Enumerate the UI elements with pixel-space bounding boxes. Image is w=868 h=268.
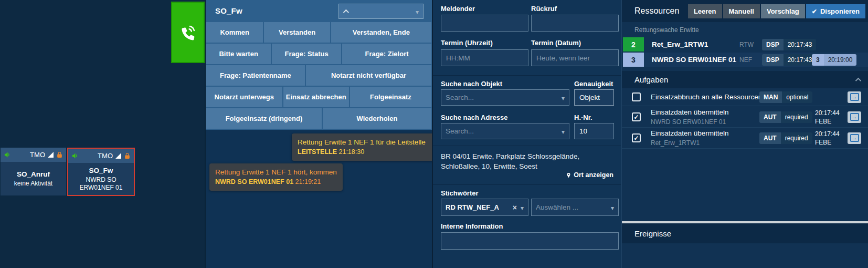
- status-badge: 3: [623, 53, 644, 67]
- speaker-icon: [71, 152, 79, 160]
- stichwort-select[interactable]: RD RTW_NEF_A: [441, 199, 528, 216]
- talkgroup-dropdown[interactable]: [338, 4, 424, 19]
- task-timestamp: 20:17:44 FEBE: [815, 130, 840, 147]
- chevron-down-icon: [562, 127, 565, 136]
- dispatch-state-badge: DSP 20:17:43: [762, 54, 816, 66]
- resource-name: Ret_Erw_1RTW1: [652, 40, 708, 48]
- suche-objekt-select[interactable]: [441, 89, 569, 106]
- termin-uhrzeit-input[interactable]: [441, 49, 528, 66]
- task-checkbox[interactable]: [632, 112, 641, 121]
- quick-msg-frage-zielort[interactable]: Frage: Zielort: [342, 44, 431, 64]
- task-send-button[interactable]: [848, 91, 861, 103]
- suche-objekt-input[interactable]: [446, 94, 562, 101]
- message-sender: LEITSTELLE: [298, 148, 337, 156]
- disponieren-button[interactable]: Disponieren: [806, 4, 865, 18]
- task-row: Einsatzabbruch an alle Ressourcen MAN op…: [622, 88, 868, 106]
- dispatch-app: SO_Fw Kommen Verstanden Verstanden, Ende…: [0, 0, 868, 268]
- chevron-up-icon: [343, 9, 349, 15]
- quick-msg-kommen[interactable]: Kommen: [206, 22, 263, 43]
- status-badge: 2: [623, 37, 644, 51]
- radio-tile-so-anruf[interactable]: TMO SO_Anruf keine Aktivität: [1, 148, 66, 195]
- message-sender: NWRD SO ERW01NEF 01: [215, 178, 293, 185]
- manuell-button[interactable]: Manuell: [723, 4, 760, 18]
- location-pin-icon: [566, 172, 571, 179]
- arrow-right-icon: [850, 93, 859, 101]
- suche-adresse-label: Suche nach Adresse: [441, 114, 507, 121]
- task-checkbox[interactable]: [632, 133, 641, 142]
- chevron-down-icon: [416, 7, 419, 16]
- ereignisse-header[interactable]: Ereignisse: [622, 223, 868, 243]
- ort-anzeigen-link[interactable]: Ort anzeigen: [566, 171, 613, 179]
- ressourcen-header: Ressourcen Leeren Manuell Vorschlag Disp…: [622, 0, 868, 22]
- radio-message-toast: Rettung Erwitte 1 NEF 1 für die Leitstel…: [292, 133, 438, 161]
- radio-tile-name: SO_Fw: [89, 167, 113, 174]
- quick-msg-notarzt-unterwegs[interactable]: Notarzt unterwegs: [206, 87, 282, 107]
- genauigkeit-input[interactable]: [574, 89, 614, 106]
- stichwort-add-select[interactable]: [531, 199, 619, 216]
- task-send-button[interactable]: [848, 132, 861, 144]
- quick-msg-folgeeinsatz[interactable]: Folgeeinsatz: [350, 87, 431, 107]
- radio-mode-label: TMO: [30, 151, 45, 159]
- ressourcen-panel: Ressourcen Leeren Manuell Vorschlag Disp…: [621, 0, 868, 268]
- resource-row[interactable]: 3 NWRD SO ERW01NEF 01 NEF DSP 20:17:43 3…: [623, 53, 868, 67]
- radio-tile-header: TMO: [68, 149, 134, 163]
- lock-icon: [56, 151, 63, 158]
- genauigkeit-label: Genauigkeit: [574, 80, 613, 88]
- aufgaben-header[interactable]: Aufgaben: [622, 71, 868, 88]
- task-checkbox[interactable]: [632, 92, 641, 101]
- quick-msg-verstanden[interactable]: Verstanden: [264, 22, 330, 43]
- meldender-input[interactable]: [441, 15, 528, 32]
- aufgaben-title: Aufgaben: [634, 75, 668, 84]
- task-mode-badge: MAN optional: [759, 91, 812, 103]
- task-send-button[interactable]: [848, 111, 861, 123]
- active-call-tile[interactable]: [171, 2, 205, 63]
- radio-tile-name: SO_Anruf: [17, 170, 50, 178]
- message-text: Rettung Erwitte 1 NEF 1 für die Leitstel…: [298, 137, 432, 147]
- incident-address: BR 04/01 Erwite, Parkplatz Schlossgeländ…: [441, 151, 617, 171]
- suche-adresse-input[interactable]: [446, 127, 562, 135]
- interne-info-input[interactable]: [441, 232, 619, 250]
- radio-tile-body: SO_Anruf keine Aktivität: [1, 162, 66, 195]
- clear-icon[interactable]: [513, 203, 517, 212]
- hnr-label: H.-Nr.: [574, 114, 592, 121]
- quick-msg-frage-patientenname[interactable]: Frage: Patientenname: [206, 65, 305, 86]
- hnr-input[interactable]: [574, 123, 614, 139]
- stichwort-add-input[interactable]: [536, 203, 611, 211]
- ort-anzeigen-label: Ort anzeigen: [574, 171, 613, 179]
- quick-msg-bitte-warten[interactable]: Bitte warten: [206, 44, 271, 64]
- chevron-down-icon: [521, 203, 524, 212]
- resource-row[interactable]: 2 Ret_Erw_1RTW1 RTW DSP 20:17:43: [623, 37, 868, 51]
- quick-msg-folgeeinsatz-dringend[interactable]: Folgeeinsatz (dringend): [206, 108, 322, 129]
- quick-msg-einsatz-abbrechen[interactable]: Einsatz abbrechen: [283, 87, 349, 107]
- termin-datum-input[interactable]: [531, 49, 619, 66]
- ressourcen-title: Ressourcen: [634, 6, 687, 16]
- talkgroup-header: SO_Fw: [206, 0, 432, 22]
- suche-objekt-label: Suche nach Objekt: [441, 80, 502, 88]
- radio-message-toast: Rettung Erwitte 1 NEF 1 hört, kommen NWR…: [209, 163, 343, 191]
- rueckruf-label: Rückruf: [531, 5, 557, 13]
- task-resource: NWRD SO ERW01NEF 01: [651, 118, 729, 126]
- stichwort-tag: RD RTW_NEF_A: [446, 203, 513, 211]
- quick-msg-verstanden-ende[interactable]: Verstanden, Ende: [331, 22, 431, 43]
- chevron-up-icon: [855, 77, 861, 83]
- radio-tile-body: SO_Fw NWRD SO ERW01NEF 01: [68, 163, 134, 195]
- chevron-down-icon: [562, 93, 565, 102]
- vorschlag-button[interactable]: Vorschlag: [761, 4, 805, 18]
- station-group-label: Rettungswache Erwitte: [634, 26, 699, 34]
- phone-volume-icon: [179, 24, 197, 42]
- lock-icon: [124, 152, 131, 159]
- quick-msg-frage-status[interactable]: Frage: Status: [272, 44, 341, 64]
- task-row: Einsatzdaten übermitteln NWRD SO ERW01NE…: [622, 107, 868, 128]
- ereignisse-title: Ereignisse: [634, 229, 671, 238]
- task-resource: Ret_Erw_1RTW1: [651, 139, 729, 147]
- message-time: 21:18:30: [338, 148, 364, 156]
- radio-tile-so-fw[interactable]: TMO SO_Fw NWRD SO ERW01NEF 01: [67, 148, 135, 196]
- radio-tile-header: TMO: [1, 148, 66, 162]
- suche-adresse-select[interactable]: [441, 123, 569, 139]
- quick-msg-notarzt-nicht-verfuegbar[interactable]: Notarzt nicht verfügbar: [306, 65, 431, 86]
- leeren-button[interactable]: Leeren: [688, 4, 722, 18]
- quick-msg-wiederholen[interactable]: Wiederholen: [323, 108, 431, 129]
- stichwoerter-label: Stichwörter: [441, 189, 479, 197]
- task-mode-badge: AUT required: [759, 132, 812, 144]
- rueckruf-input[interactable]: [531, 15, 619, 32]
